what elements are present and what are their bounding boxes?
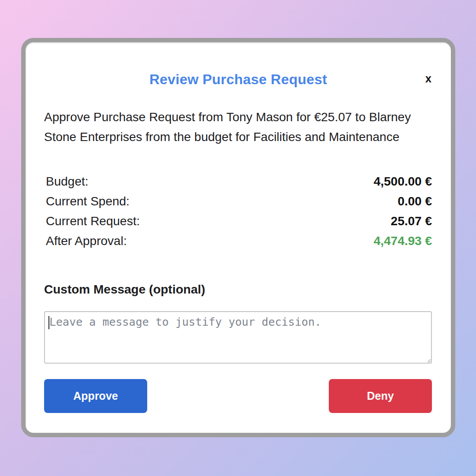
text-caret [48,316,49,329]
current-request-row: Current Request: 25.07 € [46,214,432,234]
deny-button[interactable]: Deny [329,379,432,413]
after-approval-row: After Approval: 4,474.93 € [46,234,432,254]
custom-message-textarea[interactable] [44,311,432,364]
current-request-label: Current Request: [46,214,140,228]
request-description: Approve Purchase Request from Tony Mason… [44,107,427,147]
budget-summary-table: Budget: 4,500.00 € Current Spend: 0.00 €… [46,175,432,254]
budget-value: 4,500.00 € [374,175,432,189]
close-icon[interactable]: x [425,73,431,84]
after-approval-label: After Approval: [46,234,127,248]
actions-row: Approve Deny [44,379,432,413]
page-background: { "modal": { "title": "Review Purchase R… [0,0,476,476]
after-approval-value: 4,474.93 € [374,234,432,248]
budget-row: Budget: 4,500.00 € [46,175,432,194]
custom-message-label: Custom Message (optional) [44,283,205,297]
approve-button[interactable]: Approve [44,379,147,413]
current-spend-value: 0.00 € [398,194,432,208]
budget-label: Budget: [46,175,89,189]
purchase-request-modal: Review Purchase Request x Approve Purcha… [21,38,455,437]
current-spend-label: Current Spend: [46,194,130,208]
current-spend-row: Current Spend: 0.00 € [46,194,432,214]
current-request-value: 25.07 € [391,214,432,228]
modal-title: Review Purchase Request [26,71,451,88]
